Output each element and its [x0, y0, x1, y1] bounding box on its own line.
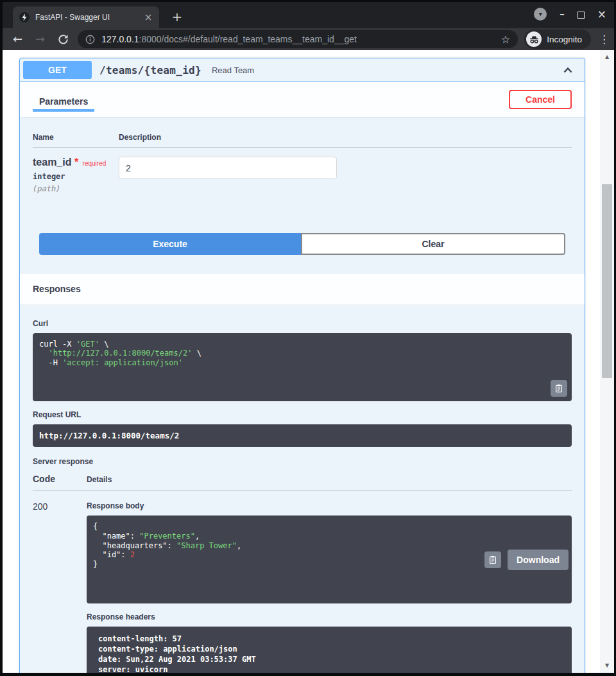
column-code: Code — [33, 474, 87, 484]
status-code: 200 — [33, 501, 87, 673]
incognito-label: Incognito — [547, 35, 582, 44]
info-icon[interactable] — [85, 35, 95, 44]
copy-curl-button[interactable] — [551, 380, 567, 397]
back-button[interactable]: ← — [13, 31, 22, 47]
response-headers-label: Response headers — [87, 612, 572, 621]
response-headers-block: content-length: 57content-type: applicat… — [87, 627, 572, 673]
scrollbar-thumb[interactable] — [602, 184, 612, 378]
param-name: team_id — [33, 157, 71, 168]
fastapi-favicon-icon — [19, 12, 30, 22]
browser-window: FastAPI - Swagger UI × + ▾ – × ← → — [0, 0, 616, 676]
maximize-button[interactable] — [578, 12, 585, 19]
tab-strip: FastAPI - Swagger UI × + ▾ – × — [3, 2, 614, 28]
new-tab-button[interactable]: + — [169, 9, 185, 24]
incognito-badge: Incognito — [524, 30, 591, 49]
parameters-header: Parameters Cancel — [20, 82, 585, 117]
clipboard-icon — [488, 555, 497, 564]
browser-menu-icon[interactable]: ⋮ — [599, 33, 608, 46]
opblock-get-teams: GET /teams/{team_id} Read Team Parameter… — [19, 58, 585, 673]
tab-search-icon[interactable]: ▾ — [534, 8, 547, 21]
tab-close-icon[interactable]: × — [142, 12, 154, 23]
browser-tab[interactable]: FastAPI - Swagger UI × — [13, 6, 159, 28]
url-text[interactable]: 127.0.0.1:8000/docs#/default/read_team_t… — [101, 34, 501, 44]
opblock-summary[interactable]: GET /teams/{team_id} Read Team — [20, 58, 585, 82]
close-window-button[interactable]: × — [597, 8, 606, 21]
curl-block: curl -X 'GET' \ 'http://127.0.0.1:8000/t… — [33, 333, 572, 401]
forward-button[interactable]: → — [35, 31, 45, 47]
url-bar[interactable]: 127.0.0.1:8000/docs#/default/read_team_t… — [78, 30, 518, 48]
parameter-row: team_id * required integer (path) — [33, 148, 572, 212]
team-id-input[interactable] — [119, 157, 337, 179]
column-description: Description — [119, 133, 161, 142]
collapse-button[interactable] — [561, 64, 574, 76]
responses-content: Curl curl -X 'GET' \ 'http://127.0.0.1:8… — [20, 305, 585, 673]
required-star: * — [74, 157, 78, 168]
swagger-page: GET /teams/{team_id} Read Team Parameter… — [3, 50, 614, 673]
response-body-block: { "name": "Preventers", "headquarters": … — [87, 516, 572, 603]
curl-label: Curl — [33, 319, 572, 328]
parameters-table: Name Description team_id * required inte… — [20, 117, 585, 212]
chevron-up-icon — [561, 64, 574, 76]
incognito-icon — [526, 31, 542, 47]
param-location: (path) — [33, 184, 119, 193]
required-label: required — [83, 160, 107, 167]
minimize-button[interactable]: – — [560, 8, 565, 21]
server-response-row: 200 Response body { "name": "Preventers"… — [33, 491, 572, 673]
download-button[interactable]: Download — [508, 550, 569, 570]
endpoint-path: /teams/{team_id} — [99, 64, 201, 76]
response-body-label: Response body — [87, 501, 572, 510]
url-path: :8000/docs#/default/read_team_teams__tea… — [139, 34, 357, 44]
clipboard-icon — [554, 384, 563, 393]
reload-button[interactable] — [58, 34, 69, 45]
execute-button[interactable]: Execute — [39, 233, 301, 255]
bookmark-star-icon[interactable]: ☆ — [501, 33, 510, 46]
execute-bar: Execute Clear — [20, 212, 585, 273]
responses-section-title: Responses — [20, 273, 585, 305]
endpoint-summary: Read Team — [212, 65, 254, 75]
column-details: Details — [87, 475, 112, 484]
scroll-down-icon[interactable]: ▼ — [600, 660, 614, 672]
browser-toolbar: ← → 127.0.0.1:8000/docs#/default/read_te… — [3, 28, 614, 50]
server-response-label: Server response — [33, 457, 572, 466]
column-name: Name — [33, 133, 119, 142]
tab-parameters[interactable]: Parameters — [33, 83, 94, 116]
request-url-value: http://127.0.0.1:8000/teams/2 — [33, 424, 572, 447]
page-scrollbar[interactable]: ▲ ▼ — [600, 50, 614, 673]
tab-title: FastAPI - Swagger UI — [35, 13, 142, 22]
cancel-button[interactable]: Cancel — [509, 90, 572, 109]
param-type: integer — [33, 172, 119, 181]
url-host: 127.0.0.1 — [101, 34, 139, 44]
request-url-label: Request URL — [33, 410, 572, 419]
server-response-table-head: Code Details — [33, 466, 572, 491]
reload-icon — [58, 34, 69, 45]
method-badge: GET — [23, 61, 92, 79]
copy-response-button[interactable] — [484, 551, 501, 568]
clear-button[interactable]: Clear — [301, 233, 565, 255]
scroll-up-icon[interactable]: ▲ — [600, 51, 614, 63]
